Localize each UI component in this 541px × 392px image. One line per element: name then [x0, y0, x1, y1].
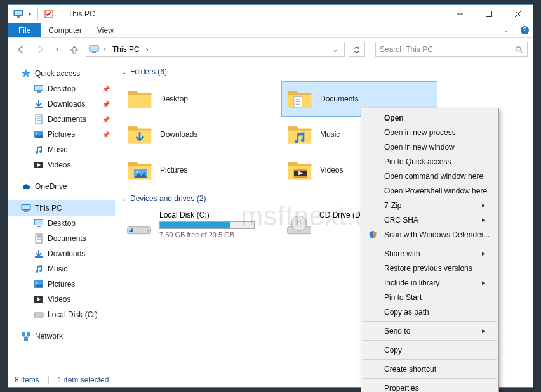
menu-create-shortcut[interactable]: Create shortcut	[363, 362, 497, 376]
menu-pin-start[interactable]: Pin to Start	[363, 290, 497, 304]
address-dropdown-icon[interactable]: ⌄	[328, 45, 342, 54]
folder-icon	[126, 156, 154, 184]
menu-open-command-window[interactable]: Open command window here	[363, 169, 497, 183]
sidebar-item[interactable]: Music	[8, 261, 115, 277]
tab-computer[interactable]: Computer	[41, 23, 90, 37]
close-button[interactable]	[504, 5, 533, 23]
chevron-right-icon: ▸	[482, 327, 486, 335]
sidebar-network[interactable]: Network	[8, 329, 115, 344]
item-icon	[34, 264, 44, 274]
item-icon	[34, 279, 44, 289]
menu-include-library[interactable]: Include in library▸	[363, 275, 497, 290]
help-icon[interactable]: ?	[516, 23, 533, 37]
item-icon	[34, 294, 44, 304]
sidebar-item[interactable]: Pictures📌	[8, 127, 115, 142]
star-icon	[21, 69, 31, 79]
sidebar-onedrive[interactable]: OneDrive	[8, 179, 115, 194]
sidebar-item[interactable]: Pictures	[8, 277, 115, 292]
tab-file[interactable]: File	[8, 23, 41, 37]
folder-label: Videos	[320, 166, 343, 174]
menu-share-with[interactable]: Share with▸	[363, 246, 497, 261]
menu-properties[interactable]: Properties	[363, 381, 497, 392]
shield-icon	[368, 230, 378, 240]
chevron-right-icon[interactable]: ›	[145, 45, 150, 54]
svg-point-38	[36, 282, 38, 284]
ribbon-expand-icon[interactable]: ⌄	[496, 23, 516, 37]
sidebar-item-label: Pictures	[48, 130, 75, 139]
svg-point-60	[297, 221, 301, 225]
menu-open-powershell[interactable]: Open Powershell window here	[363, 183, 497, 198]
back-button[interactable]	[13, 42, 29, 57]
group-label: Devices and drives (2)	[130, 194, 206, 203]
refresh-button[interactable]	[349, 42, 365, 57]
tab-view[interactable]: View	[90, 23, 121, 37]
network-icon	[21, 331, 31, 341]
sidebar-item[interactable]: Desktop📌	[8, 81, 115, 96]
menu-send-to[interactable]: Send to▸	[363, 323, 497, 338]
menu-copy-as-path[interactable]: Copy as path	[363, 304, 497, 319]
menu-restore-versions[interactable]: Restore previous versions	[363, 261, 497, 275]
svg-rect-36	[35, 256, 43, 258]
folder-icon	[286, 156, 314, 184]
folder-item[interactable]: Desktop	[121, 81, 277, 117]
cloud-icon	[21, 181, 31, 192]
chevron-right-icon[interactable]: ›	[102, 45, 107, 54]
menu-7zip[interactable]: 7-Zip▸	[363, 198, 497, 212]
address-bar[interactable]: › This PC › ⌄	[86, 42, 345, 57]
folder-item[interactable]: Downloads	[121, 117, 277, 152]
up-button[interactable]	[67, 42, 82, 57]
nav-pane: Quick access Desktop📌Downloads📌Documents…	[8, 61, 115, 372]
sidebar-item[interactable]: Videos	[8, 157, 115, 173]
qat-dropdown-icon[interactable]: ▾	[27, 8, 33, 20]
group-folders[interactable]: ⌄Folders (6)	[121, 65, 533, 81]
menu-open-new-process[interactable]: Open in new process	[363, 125, 497, 140]
sidebar-item[interactable]: Documents📌	[8, 112, 115, 127]
menu-open-new-window[interactable]: Open in new window	[363, 140, 497, 154]
chevron-down-icon: ⌄	[121, 195, 126, 202]
sidebar-this-pc[interactable]: This PC	[8, 200, 115, 216]
breadcrumb-segment[interactable]: This PC	[110, 45, 142, 54]
sidebar-item-label: Network	[35, 332, 63, 341]
sidebar-item[interactable]: Local Disk (C:)	[8, 307, 115, 322]
titlebar: ▾ This PC	[8, 5, 533, 23]
chevron-right-icon: ▸	[482, 201, 486, 209]
sidebar-item-label: Videos	[48, 295, 70, 304]
sidebar-item[interactable]: Music	[8, 142, 115, 157]
recent-dropdown-icon[interactable]: ▾	[51, 42, 63, 57]
usage-bar	[159, 221, 255, 229]
svg-rect-43	[27, 332, 30, 336]
sidebar-item[interactable]: Videos	[8, 292, 115, 307]
folder-label: Downloads	[160, 130, 197, 139]
monitor-icon	[88, 44, 100, 55]
monitor-icon[interactable]	[12, 8, 25, 20]
sidebar-quick-access[interactable]: Quick access	[8, 66, 115, 81]
sidebar-item[interactable]: Downloads	[8, 246, 115, 261]
svg-point-57	[147, 230, 149, 232]
search-input[interactable]	[380, 45, 515, 54]
maximize-button[interactable]	[474, 5, 504, 23]
menu-copy[interactable]: Copy	[363, 343, 497, 357]
svg-rect-5	[486, 11, 492, 17]
folder-label: Music	[320, 130, 340, 139]
menu-open[interactable]: Open	[363, 110, 497, 125]
sidebar-item-label: Documents	[48, 234, 86, 243]
sidebar-item[interactable]: Desktop	[8, 216, 115, 231]
properties-icon[interactable]	[43, 8, 55, 20]
sidebar-item[interactable]: Downloads📌	[8, 96, 115, 112]
drive-item[interactable]: Local Disk (C:)7.50 GB free of 29.5 GB	[121, 208, 277, 241]
minimize-button[interactable]	[445, 5, 474, 23]
menu-pin-quick-access[interactable]: Pin to Quick access	[363, 154, 497, 169]
sidebar-item-label: Quick access	[35, 69, 80, 78]
menu-crc-sha[interactable]: CRC SHA▸	[363, 212, 497, 227]
svg-rect-1	[15, 11, 22, 15]
menu-defender[interactable]: Scan with Windows Defender...	[363, 227, 497, 242]
forward-button[interactable]	[32, 42, 48, 57]
sidebar-item-label: Videos	[48, 160, 70, 169]
sidebar-item-label: OneDrive	[35, 182, 67, 191]
sidebar-item-label: Downloads	[48, 249, 85, 258]
search-box[interactable]	[375, 42, 528, 57]
sidebar-item[interactable]: Documents	[8, 231, 115, 246]
svg-line-14	[520, 51, 522, 53]
sidebar-item-label: Documents	[48, 115, 86, 124]
folder-item[interactable]: Pictures	[121, 152, 277, 188]
